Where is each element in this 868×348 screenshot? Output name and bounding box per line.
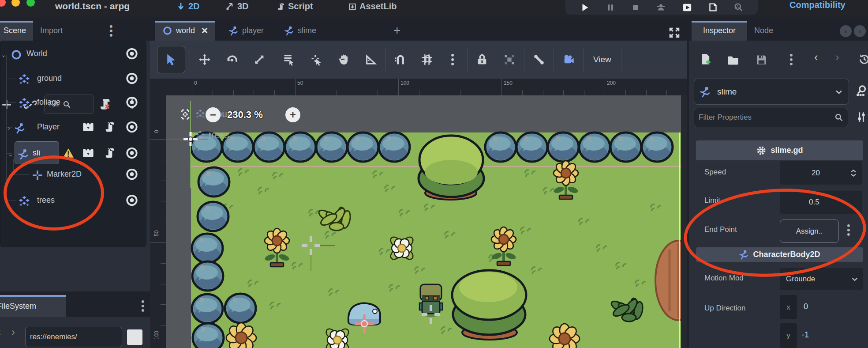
load-resource-icon[interactable] xyxy=(727,54,739,66)
macos-zoom-button[interactable] xyxy=(26,0,35,7)
speed-spinbox[interactable]: 20 xyxy=(780,161,862,185)
tab-filesystem[interactable]: FileSystem xyxy=(0,295,66,317)
attached-script-icon[interactable] xyxy=(104,148,116,161)
view-menu-button[interactable]: View xyxy=(588,49,617,70)
endpoint-assign-button[interactable]: Assign.. xyxy=(780,219,839,243)
skeleton-options-button[interactable] xyxy=(558,49,579,70)
smart-snap-button[interactable] xyxy=(390,49,411,70)
skeleton-bone-button[interactable] xyxy=(529,49,549,70)
tab-inspector[interactable]: Inspector xyxy=(692,21,747,41)
filesystem-path[interactable]: res://enemies/ xyxy=(25,327,122,347)
visibility-eye-icon[interactable] xyxy=(125,121,138,136)
dock-prev-icon[interactable]: ‹ xyxy=(840,25,852,37)
expand-viewport-icon[interactable] xyxy=(669,27,680,38)
endpoint-options-icon[interactable]: ••• xyxy=(847,223,850,237)
snap-options-icon[interactable]: ••• xyxy=(442,49,463,70)
pivot-tool-button[interactable] xyxy=(306,49,326,70)
open-docs-icon[interactable] xyxy=(856,85,868,97)
collapse-icon[interactable]: ⌄ xyxy=(1,51,6,58)
zoom-level[interactable]: 230.3 % xyxy=(227,109,263,121)
instanced-scene-icon[interactable] xyxy=(82,121,94,136)
tree-row-ground[interactable]: ground xyxy=(0,68,145,91)
rotate-tool-button[interactable] xyxy=(222,49,242,70)
spinner-updown-icon[interactable] xyxy=(849,169,858,178)
select-tool-button[interactable] xyxy=(157,46,185,73)
visibility-eye-icon[interactable] xyxy=(125,147,138,162)
play-custom-scene-button[interactable] xyxy=(708,3,718,12)
tree-row-player[interactable]: › Player xyxy=(0,117,145,139)
tab-script[interactable]: Script xyxy=(277,1,313,11)
resource-menu-icon[interactable]: ••• xyxy=(789,53,793,66)
tab-scene-player[interactable]: player xyxy=(221,21,271,41)
filter-properties-input[interactable]: Filter Properties xyxy=(694,108,848,127)
tree-row-trees[interactable]: trees xyxy=(0,190,145,212)
history-forward-icon[interactable]: › xyxy=(11,326,15,338)
visibility-eye-icon[interactable] xyxy=(125,47,138,63)
history-back-icon[interactable]: ‹ xyxy=(0,326,1,338)
attached-script-icon[interactable] xyxy=(104,121,116,135)
class-category-header[interactable]: CharacterBody2D xyxy=(696,247,863,262)
grid-snap-button[interactable] xyxy=(417,49,437,70)
scale-tool-button[interactable] xyxy=(249,49,269,70)
filesystem-split-mode-button[interactable] xyxy=(127,329,142,345)
filesystem-menu-icon[interactable]: ••• xyxy=(141,299,145,313)
tab-assetlib[interactable]: AssetLib xyxy=(348,1,397,11)
layer-label-trees[interactable]: trees xyxy=(195,130,229,140)
game-scene[interactable] xyxy=(166,95,687,348)
save-resource-icon[interactable] xyxy=(756,54,767,66)
pan-tool-button[interactable] xyxy=(333,49,354,70)
tab-scene-slime[interactable]: slime xyxy=(277,21,323,41)
history-icon[interactable] xyxy=(858,53,868,65)
canvas-scrollbar[interactable] xyxy=(681,95,687,348)
pause-button[interactable] xyxy=(606,3,615,12)
tab-3d[interactable]: 3D xyxy=(226,1,249,11)
tab-import[interactable]: Import xyxy=(33,21,70,41)
property-tools-icon[interactable] xyxy=(856,111,867,123)
close-tab-icon[interactable]: ✕ xyxy=(201,26,208,36)
player-character[interactable] xyxy=(419,284,442,317)
tab-node[interactable]: Node xyxy=(747,21,780,41)
lock-node-button[interactable] xyxy=(472,49,492,70)
zoom-in-button[interactable]: + xyxy=(285,107,300,122)
collapse-icon[interactable]: ⌄ xyxy=(8,151,13,158)
canvas-viewport[interactable]: ground trees − 230.3 % + xyxy=(166,95,687,348)
warning-icon[interactable] xyxy=(62,147,75,162)
tree-row-foliage[interactable]: foliage xyxy=(0,92,145,114)
limit-spinbox[interactable]: 0.5 xyxy=(780,191,862,214)
macos-minimize-button[interactable] xyxy=(11,0,20,7)
zoom-out-button[interactable]: − xyxy=(206,107,221,122)
dock-next-icon[interactable]: › xyxy=(854,25,866,37)
tab-scene-world[interactable]: world ✕ xyxy=(155,21,215,41)
center-view-icon[interactable] xyxy=(179,108,192,121)
ruler-tool-button[interactable] xyxy=(361,49,381,70)
renderer-selector[interactable]: Compatibility xyxy=(789,0,846,10)
macos-close-button[interactable] xyxy=(0,0,6,7)
movie-maker-button[interactable] xyxy=(734,3,743,12)
visibility-eye-icon[interactable] xyxy=(125,72,138,87)
move-tool-button[interactable] xyxy=(195,49,215,70)
history-forward-icon[interactable]: › xyxy=(835,50,839,64)
updirection-x-value[interactable]: 0 xyxy=(804,302,808,311)
new-scene-tab-icon[interactable]: + xyxy=(393,23,400,38)
visibility-eye-icon[interactable] xyxy=(125,194,138,209)
expand-icon[interactable]: › xyxy=(8,125,10,132)
tree-row-slime[interactable]: ⌄ sli xyxy=(0,143,145,165)
play-scene-button[interactable] xyxy=(682,3,692,12)
updirection-y-value[interactable]: -1 xyxy=(802,330,809,340)
stop-button[interactable] xyxy=(631,3,640,12)
list-select-tool-button[interactable] xyxy=(279,49,299,70)
edited-node-selector[interactable]: slime xyxy=(694,79,849,105)
group-node-button[interactable] xyxy=(499,49,520,70)
visibility-eye-icon[interactable] xyxy=(125,168,138,183)
scene-tab-menu-icon[interactable]: ••• xyxy=(109,24,113,38)
script-category-header[interactable]: slime.gd xyxy=(696,140,863,160)
history-back-icon[interactable]: ‹ xyxy=(814,50,818,64)
play-button[interactable] xyxy=(580,3,590,12)
tree-row-world[interactable]: ⌄ World xyxy=(0,44,145,66)
motion-mode-dropdown[interactable]: Grounde xyxy=(780,268,863,290)
tab-2d[interactable]: 2D xyxy=(176,1,200,11)
tab-scene[interactable]: Scene xyxy=(0,21,33,41)
new-resource-icon[interactable] xyxy=(700,53,712,65)
remote-debug-icon[interactable] xyxy=(656,3,666,12)
tree-row-marker2d[interactable]: Marker2D xyxy=(0,164,145,186)
